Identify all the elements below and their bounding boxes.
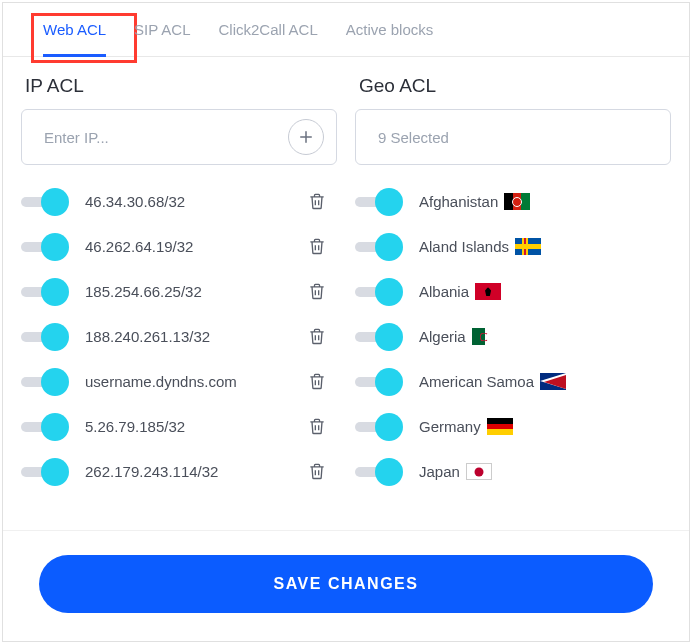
columns: IP ACL 46.34.30.68/3246.262.64.19/32185.… <box>3 57 689 487</box>
ip-label: 5.26.79.185/32 <box>75 418 307 435</box>
acl-panel: Web ACLSIP ACLClick2Call ACLActive block… <box>2 2 690 642</box>
flag-ax-icon <box>515 238 541 255</box>
geo-item: Japan <box>355 449 671 487</box>
ip-toggle[interactable] <box>21 368 75 396</box>
trash-icon[interactable] <box>307 371 327 393</box>
ip-item: 46.262.64.19/32 <box>21 224 337 269</box>
ip-item: 5.26.79.185/32 <box>21 404 337 449</box>
ip-label: 46.262.64.19/32 <box>75 238 307 255</box>
geo-label: Afghanistan <box>409 193 661 210</box>
ip-label: 262.179.243.114/32 <box>75 463 307 480</box>
add-ip-button[interactable] <box>288 119 324 155</box>
geo-label: Aland Islands <box>409 238 661 255</box>
ip-acl-title: IP ACL <box>21 71 337 109</box>
geo-select[interactable]: 9 Selected <box>355 109 671 165</box>
ip-label: 188.240.261.13/32 <box>75 328 307 345</box>
geo-label: Japan <box>409 463 661 480</box>
flag-al-icon <box>475 283 501 300</box>
geo-label: Germany <box>409 418 661 435</box>
geo-item: Germany <box>355 404 671 449</box>
ip-item: username.dyndns.com <box>21 359 337 404</box>
geo-item: Aland Islands <box>355 224 671 269</box>
ip-toggle[interactable] <box>21 233 75 261</box>
geo-label: Albania <box>409 283 661 300</box>
geo-select-label: 9 Selected <box>378 129 449 146</box>
trash-icon[interactable] <box>307 416 327 438</box>
flag-dz-icon <box>472 328 498 345</box>
tab-sip-acl[interactable]: SIP ACL <box>134 21 190 56</box>
ip-label: 46.34.30.68/32 <box>75 193 307 210</box>
ip-item: 185.254.66.25/32 <box>21 269 337 314</box>
geo-item: Albania <box>355 269 671 314</box>
ip-label: username.dyndns.com <box>75 373 307 390</box>
trash-icon[interactable] <box>307 281 327 303</box>
flag-as-icon <box>540 373 566 390</box>
geo-toggle[interactable] <box>355 413 409 441</box>
flag-af-icon <box>504 193 530 210</box>
geo-toggle[interactable] <box>355 188 409 216</box>
geo-item: Algeria <box>355 314 671 359</box>
trash-icon[interactable] <box>307 236 327 258</box>
ip-toggle[interactable] <box>21 323 75 351</box>
ip-label: 185.254.66.25/32 <box>75 283 307 300</box>
geo-toggle[interactable] <box>355 368 409 396</box>
geo-item: American Samoa <box>355 359 671 404</box>
ip-toggle[interactable] <box>21 458 75 486</box>
tab-active-blocks[interactable]: Active blocks <box>346 21 434 56</box>
ip-acl-column: IP ACL 46.34.30.68/3246.262.64.19/32185.… <box>21 71 337 487</box>
ip-toggle[interactable] <box>21 413 75 441</box>
geo-item: Afghanistan <box>355 179 671 224</box>
tab-web-acl[interactable]: Web ACL <box>43 21 106 56</box>
ip-input-row <box>21 109 337 165</box>
geo-label: American Samoa <box>409 373 661 390</box>
footer: SAVE CHANGES <box>3 530 689 641</box>
geo-list: AfghanistanAland IslandsAlbaniaAlgeriaAm… <box>355 179 671 487</box>
ip-item: 188.240.261.13/32 <box>21 314 337 359</box>
trash-icon[interactable] <box>307 461 327 483</box>
ip-toggle[interactable] <box>21 188 75 216</box>
ip-list: 46.34.30.68/3246.262.64.19/32185.254.66.… <box>21 179 337 487</box>
flag-de-icon <box>487 418 513 435</box>
trash-icon[interactable] <box>307 326 327 348</box>
geo-acl-title: Geo ACL <box>355 71 671 109</box>
ip-item: 262.179.243.114/32 <box>21 449 337 487</box>
geo-toggle[interactable] <box>355 323 409 351</box>
ip-item: 46.34.30.68/32 <box>21 179 337 224</box>
geo-toggle[interactable] <box>355 458 409 486</box>
tab-bar: Web ACLSIP ACLClick2Call ACLActive block… <box>3 3 689 57</box>
tab-click2call-acl[interactable]: Click2Call ACL <box>219 21 318 56</box>
geo-toggle[interactable] <box>355 278 409 306</box>
geo-acl-column: Geo ACL 9 Selected AfghanistanAland Isla… <box>355 71 671 487</box>
ip-toggle[interactable] <box>21 278 75 306</box>
ip-input[interactable] <box>44 129 288 146</box>
geo-toggle[interactable] <box>355 233 409 261</box>
trash-icon[interactable] <box>307 191 327 213</box>
save-changes-button[interactable]: SAVE CHANGES <box>39 555 653 613</box>
flag-jp-icon <box>466 463 492 480</box>
fade-overlay <box>3 493 689 533</box>
geo-label: Algeria <box>409 328 661 345</box>
plus-icon <box>297 128 315 146</box>
